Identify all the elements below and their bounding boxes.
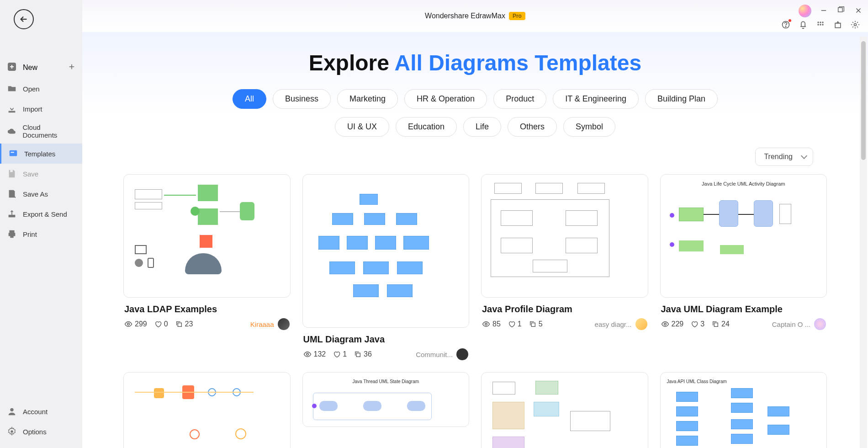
sidebar-item-print[interactable]: Print	[0, 224, 82, 244]
template-author[interactable]: Captain O ...	[772, 318, 826, 330]
sidebar-label: Save As	[23, 190, 48, 198]
sidebar-item-saveas[interactable]: Save As	[0, 184, 82, 204]
filter-chip-building[interactable]: Building Plan	[645, 89, 718, 109]
sidebar-item-cloud[interactable]: Cloud Documents	[0, 119, 82, 144]
sidebar-label: Options	[23, 428, 47, 436]
filter-chip-symbol[interactable]: Symbol	[563, 117, 615, 137]
template-card: Java API UML Class Diagram	[660, 372, 827, 448]
template-card: Java Thread UML State Diagram	[302, 372, 470, 448]
template-thumb[interactable]	[481, 372, 648, 448]
page-headline: Explore All Diagrams Templates	[96, 32, 854, 89]
eye-icon	[303, 350, 312, 358]
sidebar-item-export[interactable]: Export & Send	[0, 204, 82, 224]
sidebar-item-templates[interactable]: Templates	[0, 144, 82, 164]
titlebar: Wondershare EdrawMax Pro	[82, 0, 868, 32]
apps-icon[interactable]	[816, 20, 825, 29]
template-thumb[interactable]	[481, 174, 648, 298]
content-scroll[interactable]: Explore All Diagrams Templates All Busin…	[82, 32, 868, 448]
views-stat: 132	[303, 350, 326, 358]
svg-rect-2	[11, 152, 14, 153]
svg-rect-1	[10, 150, 17, 156]
svg-point-8	[785, 27, 786, 27]
sidebar: New Open Import Cloud Documents Template…	[0, 0, 82, 448]
svg-point-15	[854, 24, 857, 26]
template-card: Java Life Cycle UML Activity Diagram	[660, 174, 827, 360]
sidebar-item-options[interactable]: Options	[0, 421, 82, 442]
template-thumb[interactable]	[123, 174, 291, 298]
filter-chip-product[interactable]: Product	[493, 89, 546, 109]
filter-chip-it[interactable]: IT & Engineering	[553, 89, 639, 109]
likes-stat: 0	[154, 320, 168, 328]
filter-chip-life[interactable]: Life	[463, 117, 501, 137]
copies-stat: 36	[354, 350, 372, 358]
scroll-thumb[interactable]	[861, 41, 866, 160]
user-avatar[interactable]	[799, 5, 811, 17]
svg-point-10	[820, 21, 821, 23]
sidebar-item-account[interactable]: Account	[0, 401, 82, 421]
headline-highlight: All Diagrams Templates	[394, 51, 641, 75]
sidebar-item-save: Save	[0, 164, 82, 184]
svg-rect-6	[838, 8, 842, 12]
heart-icon	[154, 320, 162, 328]
template-thumb[interactable]: Java API UML Class Diagram	[660, 372, 827, 448]
likes-stat: 1	[333, 350, 347, 358]
back-button[interactable]	[14, 9, 34, 29]
sidebar-label: Import	[23, 105, 42, 113]
template-thumb[interactable]: Java Life Cycle UML Activity Diagram	[660, 174, 827, 298]
template-card	[123, 372, 291, 448]
svg-point-5	[11, 430, 13, 433]
maximize-icon[interactable]	[837, 6, 846, 16]
filter-chip-hr[interactable]: HR & Operation	[404, 89, 487, 109]
headline-prefix: Explore	[309, 51, 395, 75]
saveas-icon	[6, 188, 17, 199]
sidebar-item-import[interactable]: Import	[0, 99, 82, 119]
filter-chip-uiux[interactable]: UI & UX	[335, 117, 389, 137]
heart-icon	[508, 320, 515, 328]
avatar-icon	[278, 318, 290, 330]
settings-icon[interactable]	[851, 20, 860, 29]
template-author[interactable]: easy diagr...	[595, 318, 647, 330]
sidebar-item-open[interactable]: Open	[0, 79, 82, 99]
filter-chip-all[interactable]: All	[233, 89, 266, 109]
template-title: UML Diagram Java	[303, 334, 469, 345]
avatar-icon	[635, 318, 647, 330]
close-icon[interactable]	[854, 6, 863, 16]
filter-chip-marketing[interactable]: Marketing	[337, 89, 398, 109]
svg-point-12	[817, 24, 819, 25]
copies-stat: 24	[712, 320, 730, 328]
sidebar-label: Account	[23, 408, 48, 416]
filter-chip-others[interactable]: Others	[508, 117, 557, 137]
bell-icon[interactable]	[799, 20, 808, 29]
copy-icon	[354, 351, 361, 358]
template-thumb[interactable]	[123, 372, 291, 448]
svg-point-4	[10, 408, 13, 411]
template-author[interactable]: Kiraaaa	[250, 318, 290, 330]
import-icon	[6, 103, 17, 114]
template-card: UML Diagram Java 132 1 36 Communit...	[302, 174, 470, 360]
help-icon[interactable]	[781, 20, 790, 29]
app-title: Wondershare EdrawMax	[425, 12, 505, 20]
filter-row-2: UI & UX Education Life Others Symbol	[96, 117, 854, 137]
sidebar-item-new[interactable]: New	[0, 57, 82, 79]
cloud-icon	[6, 126, 17, 137]
template-thumb[interactable]: Java Thread UML State Diagram	[302, 372, 470, 427]
sidebar-label: Export & Send	[23, 210, 67, 218]
template-card: Java Profile Diagram 85 1 5 easy diagr..…	[481, 174, 648, 360]
filter-chip-education[interactable]: Education	[396, 117, 457, 137]
scrollbar[interactable]	[860, 37, 867, 448]
sidebar-label: Save	[23, 170, 38, 178]
template-author[interactable]: Communit...	[416, 348, 468, 360]
copies-stat: 5	[529, 320, 543, 328]
template-thumb[interactable]	[302, 174, 470, 328]
svg-point-14	[822, 24, 823, 25]
add-icon[interactable]	[68, 63, 76, 73]
heart-icon	[333, 351, 340, 358]
sort-select[interactable]: Trending	[755, 148, 813, 166]
svg-point-22	[664, 323, 666, 325]
plus-square-icon	[6, 61, 17, 74]
gear-icon	[6, 426, 17, 437]
filter-chip-business[interactable]: Business	[273, 89, 331, 109]
minimize-icon[interactable]	[820, 6, 829, 16]
gift-icon[interactable]	[833, 20, 842, 29]
template-title: Java LDAP Examples	[124, 304, 290, 315]
